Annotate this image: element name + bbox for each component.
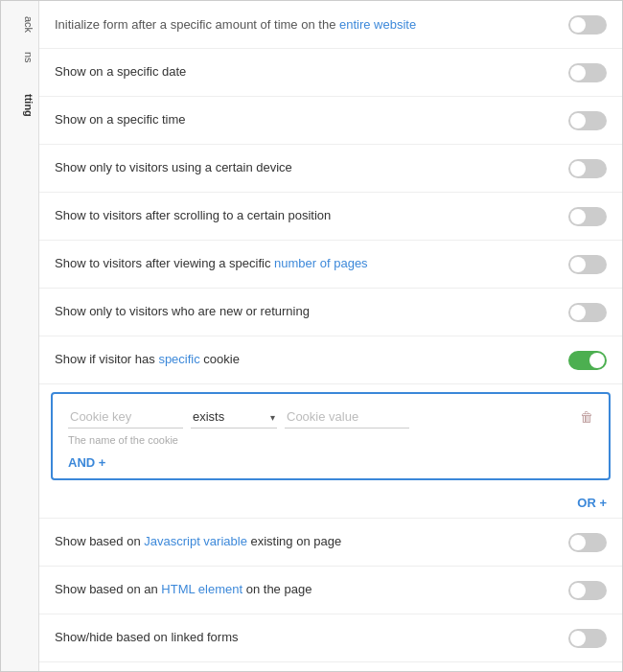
cookie-value-input[interactable] bbox=[285, 406, 409, 429]
setting-label-time: Show on a specific time bbox=[55, 111, 568, 128]
sidebar-item-back[interactable]: ack bbox=[1, 9, 38, 40]
setting-row-html-element: Show based on an HTML element on the pag… bbox=[39, 567, 622, 614]
toggle-html-element[interactable] bbox=[568, 581, 607, 600]
setting-label-html-element: Show based on an HTML element on the pag… bbox=[55, 581, 568, 598]
toggle-pages[interactable] bbox=[568, 255, 607, 274]
settings-list: Initialize form after a specific amount … bbox=[39, 1, 622, 671]
and-button[interactable]: AND + bbox=[68, 455, 105, 470]
setting-row-date: Show on a specific date bbox=[39, 49, 622, 97]
toggle-slider-device bbox=[568, 159, 607, 178]
setting-label-scrolling: Show to visitors after scrolling to a ce… bbox=[55, 207, 568, 224]
setting-row-linked-forms: Show/hide based on linked forms bbox=[39, 614, 622, 662]
toggle-slider-scrolling bbox=[568, 207, 607, 226]
delete-icon[interactable]: 🗑 bbox=[580, 409, 593, 425]
setting-row-scrolling: Show to visitors after scrolling to a ce… bbox=[39, 193, 622, 241]
sidebar-item-targeting[interactable]: tting bbox=[1, 86, 38, 125]
cookie-key-input[interactable] bbox=[68, 406, 183, 429]
or-row: OR + bbox=[39, 488, 622, 519]
sidebar: ack ns tting bbox=[1, 1, 39, 671]
condition-select[interactable]: exists equals contains does not exist bbox=[191, 406, 277, 429]
setting-label-new-returning: Show only to visitors who are new or ret… bbox=[55, 303, 568, 320]
setting-label-linked-forms: Show/hide based on linked forms bbox=[55, 629, 568, 646]
toggle-cookie[interactable] bbox=[568, 351, 607, 370]
toggle-slider-html-element bbox=[568, 581, 607, 600]
toggle-new-returning[interactable] bbox=[568, 303, 607, 322]
toggle-slider-cookie bbox=[568, 351, 607, 370]
toggle-slider-new-returning bbox=[568, 303, 607, 322]
setting-label-initialize: Initialize form after a specific amount … bbox=[55, 17, 416, 32]
setting-label-device: Show only to visitors using a certain de… bbox=[55, 159, 568, 176]
sidebar-item-settings[interactable]: ns bbox=[1, 44, 38, 71]
setting-row-javascript: Show based on Javascript variable existi… bbox=[39, 519, 622, 567]
toggle-slider-pages bbox=[568, 255, 607, 274]
or-button[interactable]: OR + bbox=[577, 496, 607, 510]
toggle-slider-javascript bbox=[568, 533, 607, 552]
cookie-condition-box: exists equals contains does not exist 🗑 … bbox=[51, 392, 611, 480]
toggle-slider-date bbox=[568, 63, 607, 82]
setting-label-pages: Show to visitors after viewing a specifi… bbox=[55, 255, 568, 272]
toggle-device[interactable] bbox=[568, 159, 607, 178]
main-window: ack ns tting Initialize form after a spe… bbox=[0, 0, 623, 672]
cookie-key-hint: The name of the cookie bbox=[68, 434, 593, 446]
setting-row-new-returning: Show only to visitors who are new or ret… bbox=[39, 289, 622, 336]
setting-label-date: Show on a specific date bbox=[55, 63, 568, 81]
toggle-linked-forms[interactable] bbox=[568, 629, 607, 648]
setting-label-cookie: Show if visitor has specific cookie bbox=[55, 351, 568, 368]
condition-select-wrapper: exists equals contains does not exist bbox=[191, 406, 277, 429]
toggle-javascript[interactable] bbox=[568, 533, 607, 552]
toggle-slider-initialize bbox=[568, 15, 607, 35]
setting-label-javascript: Show based on Javascript variable existi… bbox=[55, 533, 568, 550]
setting-row-cookie: Show if visitor has specific cookie bbox=[39, 336, 622, 384]
setting-row-device: Show only to visitors using a certain de… bbox=[39, 145, 622, 193]
setting-row-time: Show on a specific time bbox=[39, 97, 622, 145]
toggle-slider-time bbox=[568, 111, 607, 130]
cookie-fields-row: exists equals contains does not exist 🗑 bbox=[68, 406, 593, 429]
toggle-date[interactable] bbox=[568, 63, 607, 82]
toggle-initialize[interactable] bbox=[568, 15, 607, 35]
setting-row-initialize: Initialize form after a specific amount … bbox=[39, 1, 622, 49]
toggle-time[interactable] bbox=[568, 111, 607, 130]
toggle-slider-linked-forms bbox=[568, 629, 607, 648]
toggle-scrolling[interactable] bbox=[568, 207, 607, 226]
setting-row-pages: Show to visitors after viewing a specifi… bbox=[39, 241, 622, 289]
